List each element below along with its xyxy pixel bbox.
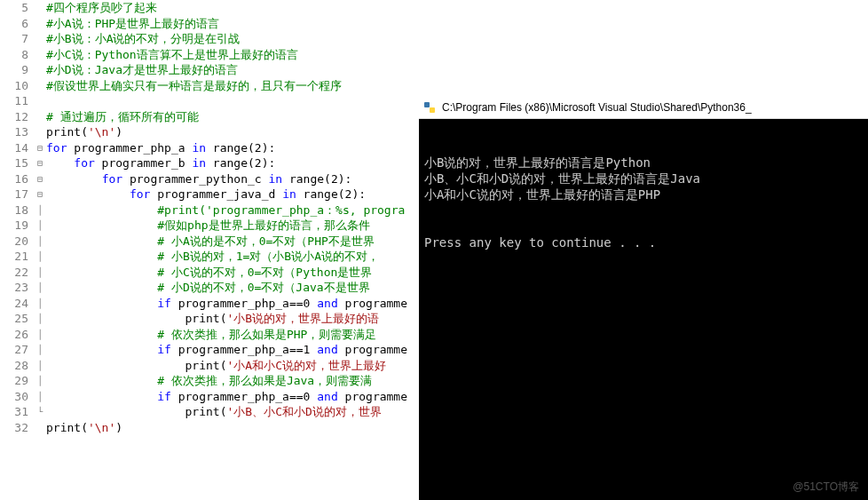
code-line[interactable]: 6#小A说：PHP是世界上最好的语言 (0, 16, 868, 32)
code-line[interactable]: 7#小B说：小A说的不对，分明是在引战 (0, 31, 868, 47)
fold-marker[interactable]: │ (34, 280, 46, 296)
line-number: 25 (0, 311, 34, 327)
fold-marker[interactable]: ⊟ (34, 155, 46, 171)
terminal-titlebar[interactable]: C:\Program Files (x86)\Microsoft Visual … (419, 96, 868, 119)
fold-marker[interactable] (34, 420, 46, 436)
line-number: 22 (0, 265, 34, 281)
line-number: 18 (0, 202, 34, 218)
fold-marker[interactable]: │ (34, 249, 46, 265)
code-line[interactable]: 10#假设世界上确实只有一种语言是最好的，且只有一个程序 (0, 78, 868, 94)
fold-marker[interactable] (34, 31, 46, 47)
line-number: 29 (0, 373, 34, 389)
terminal-window: C:\Program Files (x86)\Microsoft Visual … (419, 96, 868, 500)
fold-marker[interactable]: │ (34, 311, 46, 327)
fold-marker[interactable] (34, 47, 46, 63)
line-number: 7 (0, 31, 34, 47)
line-number: 28 (0, 358, 34, 374)
line-number: 20 (0, 234, 34, 250)
code-content[interactable]: #小A说：PHP是世界上最好的语言 (46, 16, 868, 32)
line-number: 19 (0, 218, 34, 234)
terminal-title: C:\Program Files (x86)\Microsoft Visual … (442, 101, 752, 114)
code-content[interactable]: #小D说：Java才是世界上最好的语言 (46, 62, 868, 78)
code-line[interactable]: 8#小C说：Python语言算不上是世界上最好的语言 (0, 47, 868, 63)
line-number: 10 (0, 78, 34, 94)
python-icon (422, 100, 437, 115)
line-number: 8 (0, 47, 34, 63)
code-content[interactable]: #小C说：Python语言算不上是世界上最好的语言 (46, 47, 868, 63)
svg-rect-0 (424, 102, 430, 107)
line-number: 32 (0, 420, 34, 436)
line-number: 13 (0, 124, 34, 140)
fold-marker[interactable]: └ (34, 404, 46, 420)
watermark: @51CTO博客 (793, 480, 859, 495)
line-number: 27 (0, 342, 34, 358)
line-number: 12 (0, 109, 34, 125)
svg-rect-1 (430, 107, 435, 113)
line-number: 16 (0, 171, 34, 187)
line-number: 15 (0, 155, 34, 171)
fold-marker[interactable]: │ (34, 234, 46, 250)
line-number: 11 (0, 93, 34, 109)
fold-marker[interactable]: │ (34, 202, 46, 218)
code-content[interactable]: #小B说：小A说的不对，分明是在引战 (46, 31, 868, 47)
line-number: 5 (0, 0, 34, 16)
fold-marker[interactable] (34, 62, 46, 78)
fold-marker[interactable] (34, 16, 46, 32)
fold-marker[interactable]: ⊟ (34, 187, 46, 202)
fold-marker[interactable] (34, 93, 46, 109)
code-line[interactable]: 9#小D说：Java才是世界上最好的语言 (0, 62, 868, 78)
code-content[interactable]: #四个程序员吵了起来 (46, 0, 868, 16)
line-number: 21 (0, 249, 34, 265)
line-number: 9 (0, 62, 34, 78)
fold-marker[interactable]: │ (34, 342, 46, 358)
terminal-output[interactable]: 小B说的对，世界上最好的语言是Python 小B、小C和小D说的对，世界上最好的… (419, 119, 868, 254)
fold-marker[interactable]: │ (34, 265, 46, 281)
line-number: 31 (0, 404, 34, 420)
line-number: 23 (0, 280, 34, 296)
fold-marker[interactable] (34, 0, 46, 16)
fold-marker[interactable]: │ (34, 373, 46, 389)
line-number: 17 (0, 187, 34, 202)
fold-marker[interactable]: │ (34, 327, 46, 343)
fold-marker[interactable]: │ (34, 218, 46, 234)
fold-marker[interactable] (34, 109, 46, 125)
fold-marker[interactable]: │ (34, 389, 46, 405)
line-number: 24 (0, 296, 34, 312)
line-number: 30 (0, 389, 34, 405)
line-number: 26 (0, 327, 34, 343)
fold-marker[interactable]: │ (34, 296, 46, 312)
line-number: 6 (0, 16, 34, 32)
fold-marker[interactable] (34, 78, 46, 94)
code-line[interactable]: 5#四个程序员吵了起来 (0, 0, 868, 16)
fold-marker[interactable]: ⊟ (34, 171, 46, 187)
fold-marker[interactable] (34, 124, 46, 140)
fold-marker[interactable]: │ (34, 358, 46, 374)
line-number: 14 (0, 140, 34, 156)
fold-marker[interactable]: ⊟ (34, 140, 46, 156)
code-content[interactable]: #假设世界上确实只有一种语言是最好的，且只有一个程序 (46, 78, 868, 94)
